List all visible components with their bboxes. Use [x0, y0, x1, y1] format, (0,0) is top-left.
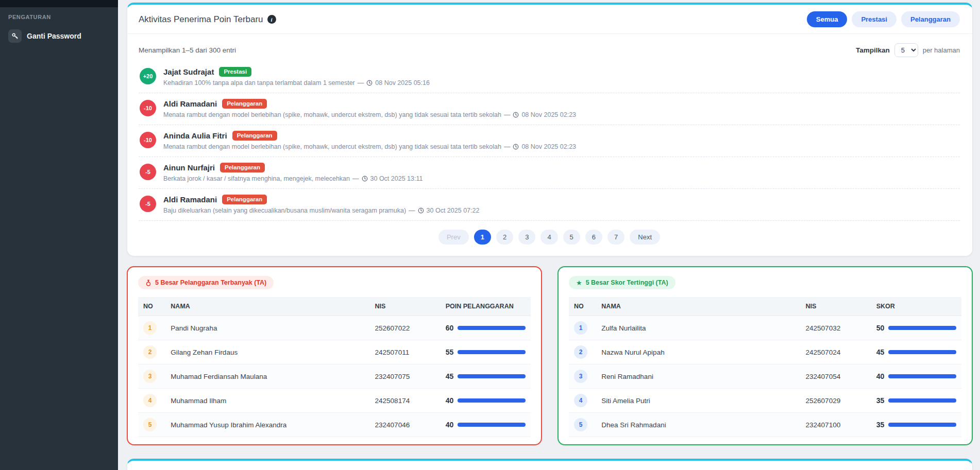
entry-description: Baju dikeluarkan (selain yang dikecualik… [163, 207, 406, 214]
entry-timestamp: 30 Oct 2025 13:11 [370, 175, 423, 182]
entry-timestamp: 08 Nov 2025 02:23 [521, 143, 576, 150]
entry-description: Kehadiran 100% tanpa alpa dan tanpa terl… [163, 79, 355, 86]
type-badge: Pelanggaran [222, 99, 267, 109]
value-bar [458, 350, 526, 354]
rank-badge: 2 [143, 345, 157, 359]
cell-nama: Reni Ramadhani [596, 364, 800, 389]
value-bar [888, 350, 956, 354]
type-badge: Pelanggaran [220, 163, 265, 172]
tampilkan-label: Tampilkan [856, 46, 890, 54]
activity-card-title: Aktivitas Penerima Poin Terbaru [139, 14, 263, 25]
cell-value: 40 [446, 396, 454, 405]
column-header: NIS [370, 297, 441, 316]
activity-entry: -5 Ainun Nurfajri Pelanggaran Berkata jo… [139, 158, 960, 187]
dash-separator: — [504, 143, 511, 150]
column-header: NIS [801, 297, 871, 316]
cell-nama: Muhammad Yusup Ibrahim Alexandra [165, 413, 369, 437]
pagination-prev-button[interactable]: Prev [438, 230, 469, 245]
filter-semua-button[interactable]: Semua [807, 11, 848, 27]
cell-nama: Muhamad Ferdiansah Maulana [165, 364, 369, 389]
pagination-page-1[interactable]: 1 [474, 230, 491, 245]
entry-divider [139, 125, 960, 125]
filter-prestasi-button[interactable]: Prestasi [852, 11, 897, 27]
value-bar [888, 326, 956, 330]
filter-group: Semua Prestasi Pelanggaran [807, 11, 960, 27]
sidebar-item-label: Ganti Password [27, 32, 81, 40]
value-bar [458, 423, 526, 427]
rank-badge: 1 [574, 321, 587, 335]
cell-value: 40 [446, 421, 454, 429]
value-bar [888, 374, 956, 378]
type-badge: Prestasi [219, 67, 251, 77]
value-bar [458, 326, 526, 330]
log-activity-card: Log Aktivitas Pengguna (Terbaru) [127, 459, 973, 470]
student-name: Aninda Aulia Fitri [163, 131, 227, 140]
cell-nis: 232407054 [801, 364, 871, 389]
points-badge: -5 [140, 164, 156, 180]
value-bar [458, 398, 526, 403]
cell-nama: Zulfa Nurlailita [596, 316, 800, 340]
dash-separator: — [352, 175, 359, 182]
cell-value: 45 [446, 372, 454, 380]
student-name: Jajat Sudrajat [163, 67, 214, 76]
activity-entry: -10 Aninda Aulia Fitri Pelanggaran Menat… [139, 126, 960, 155]
score-card-title: ★ 5 Besar Skor Tertinggi (TA) [569, 276, 675, 289]
cell-nis: 252607022 [370, 316, 441, 340]
cell-nama: Gilang Zehan Firdaus [165, 340, 369, 364]
violation-rank-card: 5 Besar Pelanggaran Terbanyak (TA) NO NA… [127, 266, 542, 445]
table-row: 2 Gilang Zehan Firdaus 242507011 55 [138, 340, 531, 364]
cell-nama: Pandi Nugraha [165, 316, 369, 340]
value-bar [458, 374, 526, 378]
cell-value: 35 [876, 421, 885, 429]
pagination-page-3[interactable]: 3 [518, 230, 535, 245]
table-row: 2 Nazwa Nurul Apipah 242507024 45 [569, 340, 961, 364]
per-halaman-label: per halaman [923, 46, 960, 54]
pagination-page-7[interactable]: 7 [607, 230, 624, 245]
dash-separator: — [358, 79, 364, 86]
entry-divider [139, 93, 960, 93]
table-row: 1 Pandi Nugraha 252607022 60 [138, 316, 531, 340]
points-badge: -10 [140, 132, 156, 148]
entry-timestamp: 08 Nov 2025 05:16 [375, 79, 430, 86]
pagination-page-2[interactable]: 2 [496, 230, 513, 245]
entry-divider [139, 220, 960, 221]
info-icon[interactable]: i [267, 15, 276, 24]
table-row: 5 Muhammad Yusup Ibrahim Alexandra 23240… [138, 413, 531, 437]
rank-badge: 5 [143, 418, 157, 431]
clock-icon [366, 80, 373, 86]
column-header: SKOR [871, 297, 961, 316]
showing-entries-text: Menampilkan 1–5 dari 300 entri [139, 46, 236, 54]
rank-badge: 3 [574, 370, 587, 383]
filter-pelanggaran-button[interactable]: Pelanggaran [901, 11, 960, 27]
cell-nis: 242507011 [370, 340, 441, 364]
pagination: Prev 1 2 3 4 5 6 7 Next [139, 222, 960, 248]
sidebar-item-ganti-password[interactable]: Ganti Password [0, 25, 118, 47]
table-row: 1 Zulfa Nurlailita 242507032 50 [569, 316, 961, 340]
per-page-select[interactable]: 5 [894, 43, 918, 57]
entry-timestamp: 30 Oct 2025 07:22 [427, 207, 480, 214]
per-page-control: Tampilkan 5 per halaman [856, 43, 960, 57]
sidebar: PENGATURAN Ganti Password [0, 0, 118, 470]
cell-nis: 232407075 [370, 364, 441, 389]
clock-icon [362, 176, 368, 182]
pagination-page-4[interactable]: 4 [540, 230, 557, 245]
pagination-page-6[interactable]: 6 [585, 230, 602, 245]
cell-nis: 232407046 [370, 413, 441, 437]
score-rank-card: ★ 5 Besar Skor Tertinggi (TA) NO NAMA NI… [557, 266, 973, 445]
table-row: 3 Reni Ramadhani 232407054 40 [569, 364, 961, 389]
column-header: NO [138, 297, 165, 316]
value-bar [888, 398, 956, 403]
cell-nama: Muhammad Ilham [165, 389, 369, 413]
pagination-next-button[interactable]: Next [630, 230, 660, 245]
sidebar-section-label: PENGATURAN [0, 7, 118, 25]
violation-table: NO NAMA NIS POIN PELANGGARAN 1 Pandi Nug… [138, 297, 531, 437]
entry-description: Berkata jorok / kasar / sifatnya menghin… [163, 175, 350, 182]
pagination-page-5[interactable]: 5 [563, 230, 580, 245]
value-bar [888, 423, 956, 427]
violation-card-title: 5 Besar Pelanggaran Terbanyak (TA) [138, 276, 274, 289]
cell-value: 60 [446, 324, 454, 332]
cell-nama: Dhea Sri Rahmadani [596, 413, 800, 437]
cell-value: 45 [876, 348, 885, 356]
type-badge: Pelanggaran [232, 131, 277, 141]
cell-nama: Nazwa Nurul Apipah [596, 340, 800, 364]
